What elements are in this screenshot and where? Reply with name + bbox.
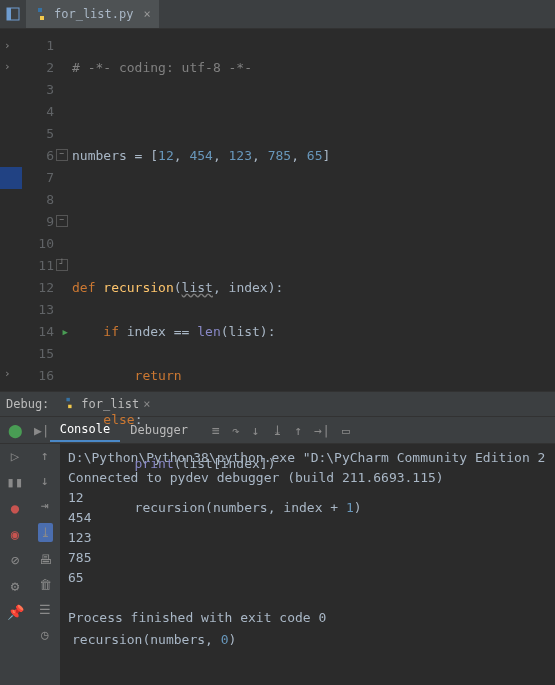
pin-icon[interactable]: 📌 [7, 604, 24, 620]
scroll-end-icon[interactable]: ⤓ [38, 523, 53, 542]
debug-title: Debug: [6, 397, 49, 411]
clear-icon[interactable]: 🗑 [39, 577, 52, 592]
line-number-gutter: 1 2 3 4 5 6− 7 8 9− 10 11┘ 12 13 14▶ 15 … [0, 29, 72, 391]
console-action-sidebar: ↑ ↓ ⇥ ⤓ 🖶 🗑 ☰ ◷ [30, 444, 60, 685]
editor-tab-bar: for_list.py × [0, 0, 555, 29]
mute-breakpoints-icon[interactable]: ⊘ [11, 552, 19, 568]
code-area[interactable]: # -*- coding: utf-8 -*- numbers = [12, 4… [72, 29, 555, 391]
dock-icon[interactable] [4, 5, 22, 23]
history-icon[interactable]: ◷ [41, 627, 49, 642]
stop-icon[interactable]: ● [11, 500, 19, 516]
view-breakpoints-icon[interactable]: ◉ [11, 526, 19, 542]
bug-icon[interactable]: ⬤ [8, 423, 23, 438]
down-stack-icon[interactable]: ↓ [41, 473, 49, 488]
debug-left-sidebar: ▷ ▮▮ ● ◉ ⊘ ⚙ 📌 [0, 444, 30, 685]
fold-icon[interactable]: − [56, 215, 68, 227]
up-stack-icon[interactable]: ↑ [41, 448, 49, 463]
fold-icon[interactable]: − [56, 149, 68, 161]
filter-icon[interactable]: ☰ [39, 602, 51, 617]
wrap-icon[interactable]: ⇥ [41, 498, 49, 513]
svg-rect-1 [7, 8, 11, 20]
python-file-icon [34, 7, 48, 21]
run-to-cursor-icon[interactable]: ▶| [34, 423, 50, 438]
resume-icon[interactable]: ▷ [11, 448, 19, 464]
print-icon[interactable]: 🖶 [39, 552, 52, 567]
fold-end-icon[interactable]: ┘ [56, 259, 68, 271]
settings-icon[interactable]: ⚙ [11, 578, 19, 594]
code-editor[interactable]: › › › 1 2 3 4 5 6− 7 8 9− 10 11┘ 12 13 1… [0, 29, 555, 391]
close-icon[interactable]: × [143, 7, 150, 21]
pause-icon[interactable]: ▮▮ [7, 474, 24, 490]
tab-label: for_list.py [54, 7, 133, 21]
run-gutter-icon[interactable]: ▶ [63, 321, 68, 343]
tab-for-list[interactable]: for_list.py × [26, 0, 159, 28]
rerun-sidebar-top: ⬤ [0, 423, 30, 438]
